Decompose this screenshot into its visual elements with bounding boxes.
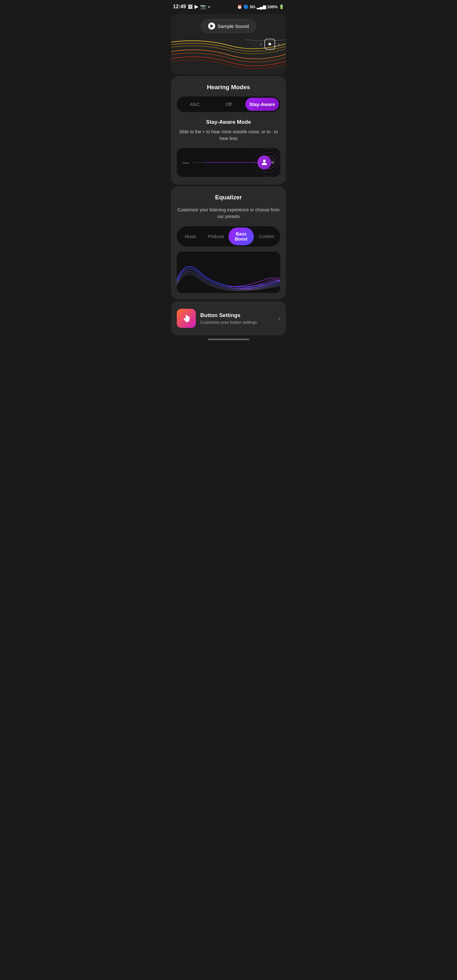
battery-level: 100% [267,5,278,9]
alarm-icon: ⏰ [237,5,242,9]
hearing-modes-card: Hearing Modes ANC Off Stay-Aware Stay-Aw… [171,76,286,185]
status-time: 12:49 [173,4,186,10]
mode-off[interactable]: Off [212,98,245,111]
sample-sound-button[interactable]: Sample Sound [201,19,256,33]
status-right: ⏰ 🔵 5G ▂▄▆ 100% 🔋 [237,5,284,9]
eq-waveform-display [177,252,280,293]
button-settings-card[interactable]: Button Settings Customize your button se… [171,301,286,336]
battery-icon: 🔋 [279,5,284,9]
eq-waveform-svg [177,252,280,293]
youtube-icon: ▶ [194,4,198,10]
eq-podcast[interactable]: Podcast [204,230,229,243]
button-settings-icon [177,309,196,328]
nav-dot-box [264,39,275,49]
mode-anc[interactable]: ANC [178,98,212,111]
button-settings-text: Button Settings Customize your button se… [200,312,274,325]
mode-description-text: Slide to the + to hear more outside nois… [177,129,280,142]
button-settings-title: Button Settings [200,312,274,319]
waveform-card: Sample Sound ‹ › [171,14,286,74]
home-indicator [208,339,249,340]
eq-custom[interactable]: Custom [254,230,279,243]
signal-bars: ▂▄▆ [257,5,266,9]
eq-music[interactable]: Music [178,230,204,243]
svg-point-7 [263,160,266,162]
hand-cursor-icon [181,313,191,323]
instagram-icon: 📷 [200,4,206,10]
slider-thumb[interactable] [257,156,271,169]
next-arrow[interactable]: › [278,41,280,48]
status-bar: 12:49 🖼 ▶ 📷 • ⏰ 🔵 5G ▂▄▆ 100% 🔋 [167,0,290,12]
mode-stay-aware[interactable]: Stay-Aware [245,98,279,111]
button-settings-subtitle: Customize your button settings [200,320,274,325]
equalizer-title: Equalizer [177,194,280,201]
hearing-mode-selector: ANC Off Stay-Aware [177,97,280,112]
eq-mode-selector: Music Podcast Bass Boost Custom [177,226,280,247]
bluetooth-icon: 🔵 [244,5,248,9]
play-icon [208,22,215,30]
dot-indicator: • [208,4,210,10]
prev-arrow[interactable]: ‹ [260,41,262,48]
mode-description-title: Stay-Aware Mode [177,119,280,126]
status-left: 12:49 🖼 ▶ 📷 • [173,4,210,10]
signal-5g: 5G [250,5,255,9]
equalizer-subtitle: Customize your listening experience or c… [177,207,280,220]
photo-icon: 🖼 [188,4,193,10]
person-icon [261,159,268,166]
equalizer-card: Equalizer Customize your listening exper… [171,186,286,299]
stay-aware-slider-container: — + [177,148,280,177]
eq-bass-boost[interactable]: Bass Boost [228,228,254,245]
hearing-modes-title: Hearing Modes [177,84,280,91]
nav-dot [269,43,271,45]
play-triangle [210,24,213,28]
slider-track[interactable] [193,162,268,163]
nav-dot-container: ‹ › [260,39,280,49]
chevron-right-icon: › [278,315,280,322]
sample-sound-label: Sample Sound [218,24,249,29]
